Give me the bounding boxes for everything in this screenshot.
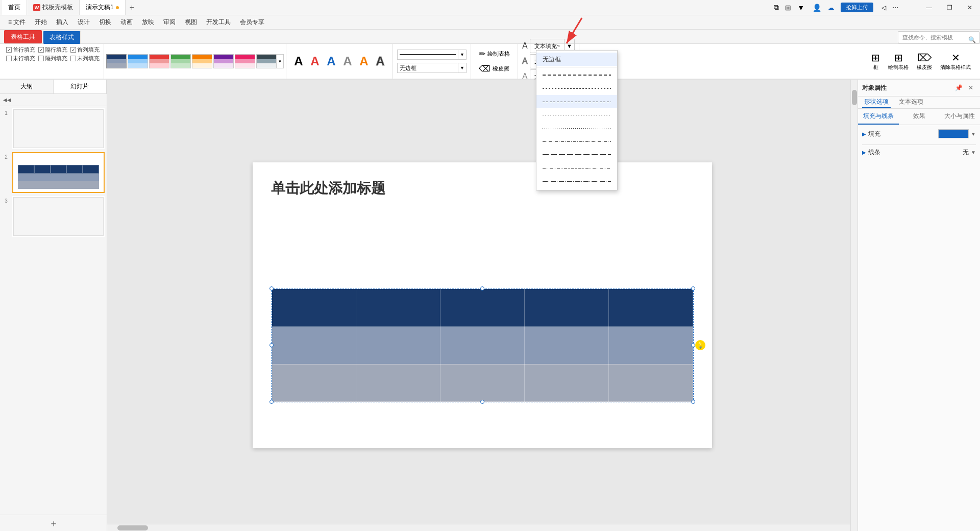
bd-dash4[interactable] xyxy=(536,108,617,122)
icon-layout1[interactable]: ⧉ xyxy=(774,3,779,12)
tab-home[interactable]: 首页 xyxy=(2,0,27,15)
rp-fill-header[interactable]: ▶ 填充 ▼ xyxy=(862,129,976,138)
expand-icon[interactable]: ◁ xyxy=(881,4,886,11)
menu-design[interactable]: 设计 xyxy=(74,17,94,28)
menu-view[interactable]: 视图 xyxy=(181,17,201,28)
handle-mr[interactable] xyxy=(691,343,695,347)
eraser-icon-btn[interactable]: ⌦ 橡皮擦 xyxy=(914,51,935,72)
style-swatch-1[interactable] xyxy=(106,54,127,68)
checkbox-last-row[interactable]: 末行填充 xyxy=(6,55,35,62)
text-style-btn-grey[interactable]: A xyxy=(339,53,356,69)
border-dropdown-arrow[interactable]: ▼ xyxy=(458,50,467,60)
style-swatch-6[interactable] xyxy=(213,54,234,68)
nav-prev[interactable]: ◀◀ xyxy=(2,95,12,105)
slide-item-1[interactable]: 1 xyxy=(2,108,105,149)
style-swatch-3[interactable] xyxy=(149,54,169,68)
text-style-btn-blue[interactable]: A xyxy=(323,53,339,69)
checkbox-last-col[interactable]: 末列填充 xyxy=(70,55,100,62)
menu-animation[interactable]: 动画 xyxy=(116,17,137,28)
rp-subtab-size[interactable]: 大小与属性 xyxy=(939,109,980,125)
rp-stroke-header[interactable]: ▶ 线条 无 ▼ xyxy=(862,148,976,157)
rp-close-icon[interactable]: ✕ xyxy=(966,83,976,93)
upload-button[interactable]: 抢鲜上传 xyxy=(841,3,873,12)
checkbox-first-row[interactable]: 首行填充 xyxy=(6,46,35,54)
slide-item-2[interactable]: 2 xyxy=(2,152,105,193)
scrollbar-thumb-v[interactable] xyxy=(852,90,857,105)
menu-vip[interactable]: 会员专享 xyxy=(236,17,268,28)
bd-dot[interactable] xyxy=(536,122,617,135)
sync-icon[interactable]: ☁ xyxy=(827,4,835,12)
menu-home[interactable]: 开始 xyxy=(31,17,51,28)
style-swatch-4[interactable] xyxy=(170,54,191,68)
menu-insert[interactable]: 插入 xyxy=(52,17,72,28)
handle-br[interactable] xyxy=(691,400,695,404)
bd-dashdot2[interactable] xyxy=(536,161,617,175)
menu-review[interactable]: 审阅 xyxy=(159,17,180,28)
restore-button[interactable]: ❐ xyxy=(939,0,960,15)
bd-longdashdot[interactable] xyxy=(536,175,617,188)
user-icon[interactable]: 👤 xyxy=(813,4,821,12)
checkbox-first-col[interactable]: 首列填充 xyxy=(70,46,100,54)
border-line-display[interactable] xyxy=(397,50,458,60)
table-selection[interactable]: 💡 xyxy=(271,288,694,402)
text-style-btn-red[interactable]: A xyxy=(307,53,323,69)
close-button[interactable]: ✕ xyxy=(960,0,980,15)
icon-border-btn[interactable]: ⊞ 框 xyxy=(868,51,883,72)
clear-style-btn[interactable]: ✕ 清除表格样式 xyxy=(937,51,974,72)
rp-tab-text[interactable]: 文本选项 xyxy=(897,96,925,108)
icon-more[interactable]: ▼ xyxy=(797,4,804,12)
menu-devtools[interactable]: 开发工具 xyxy=(202,17,235,28)
text-style-btn-outline[interactable]: A xyxy=(372,53,388,69)
handle-tc[interactable] xyxy=(480,286,484,291)
tab-doc[interactable]: 演示文稿1 xyxy=(80,0,126,15)
stroke-dropdown-arrow[interactable]: ▼ xyxy=(971,150,976,155)
ribbon-tab-table-style[interactable]: 表格样式 xyxy=(43,31,81,44)
style-swatch-2[interactable] xyxy=(128,54,148,68)
style-swatch-7[interactable] xyxy=(235,54,255,68)
slide-item-3[interactable]: 3 xyxy=(2,196,105,237)
fill-color-swatch[interactable] xyxy=(938,129,969,138)
tab-template[interactable]: W 找板壳模板 xyxy=(27,0,80,15)
menu-slideshow[interactable]: 放映 xyxy=(138,17,158,28)
no-border-display[interactable]: 无边框 xyxy=(397,63,458,73)
sidebar-tab-outline[interactable]: 大纲 xyxy=(0,80,54,93)
bd-dash3[interactable] xyxy=(536,95,617,108)
slide-title[interactable]: 单击此处添加标题 xyxy=(271,179,385,198)
bd-dashdot1[interactable] xyxy=(536,135,617,148)
text-style-btn-black[interactable]: A xyxy=(290,53,307,69)
hint-bubble[interactable]: 💡 xyxy=(695,340,705,350)
horizontal-scrollbar[interactable] xyxy=(107,524,850,531)
rp-tab-shape[interactable]: 形状选项 xyxy=(862,96,891,108)
checkbox-alt-col[interactable]: 隔列填充 xyxy=(38,55,67,62)
fill-dropdown-arrow[interactable]: ▼ xyxy=(971,131,976,137)
minimize-button[interactable]: — xyxy=(919,0,939,15)
search-input[interactable] xyxy=(898,31,979,43)
bd-dash1[interactable] xyxy=(536,68,617,82)
bd-no-border[interactable]: 无边框 xyxy=(536,53,617,66)
handle-bc[interactable] xyxy=(480,400,484,404)
icon-layout2[interactable]: ⊞ xyxy=(785,4,791,12)
scrollbar-thumb-h[interactable] xyxy=(117,525,148,530)
search-icon[interactable]: 🔍 xyxy=(968,36,976,43)
draw-table-icon-btn[interactable]: ⊞ 绘制表格 xyxy=(885,51,912,72)
rp-subtab-effect[interactable]: 效果 xyxy=(899,109,940,125)
menu-file[interactable]: ≡ 文件 xyxy=(4,17,30,28)
more-icon[interactable]: ⋯ xyxy=(892,4,898,11)
sidebar-tab-slides[interactable]: 幻灯片 xyxy=(54,80,107,93)
menu-transition[interactable]: 切换 xyxy=(95,17,115,28)
style-swatch-5[interactable] xyxy=(192,54,212,68)
bd-dash2[interactable] xyxy=(536,82,617,95)
vertical-scrollbar[interactable] xyxy=(850,80,857,531)
rp-pin-icon[interactable]: 📌 xyxy=(953,83,964,93)
bd-longdash[interactable] xyxy=(536,148,617,161)
no-border-arrow[interactable]: ▼ xyxy=(458,63,467,73)
handle-tr[interactable] xyxy=(691,286,695,291)
canvas-area[interactable]: 单击此处添加标题 xyxy=(107,80,857,531)
text-style-btn-orange[interactable]: A xyxy=(356,53,372,69)
handle-ml[interactable] xyxy=(270,343,274,347)
add-slide-button[interactable]: ＋ xyxy=(0,515,107,531)
handle-bl[interactable] xyxy=(270,400,274,404)
style-swatch-8[interactable] xyxy=(256,54,277,68)
rp-subtab-fill[interactable]: 填充与线条 xyxy=(858,109,899,125)
style-more-button[interactable]: ▼ xyxy=(277,54,284,68)
